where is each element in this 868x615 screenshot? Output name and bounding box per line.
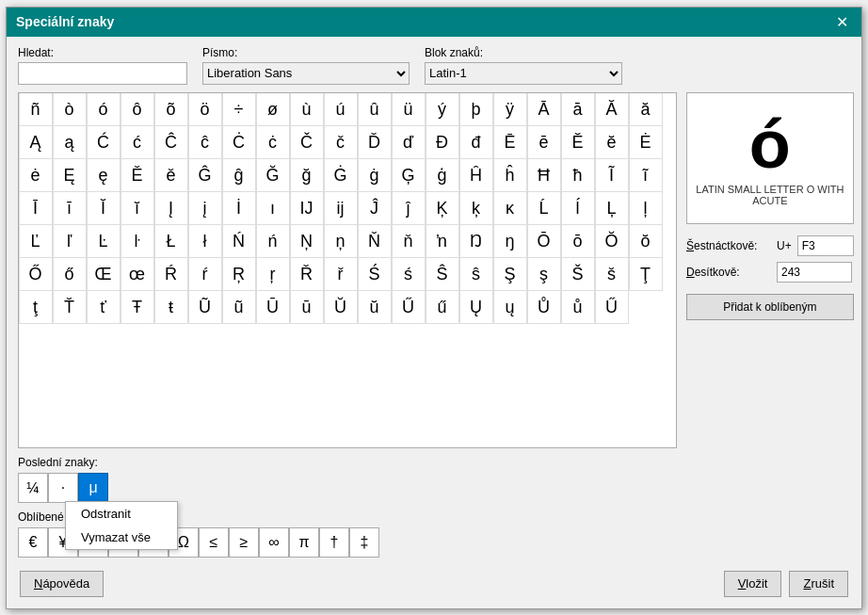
fav-char-cell[interactable]: ‡ [349,527,379,558]
char-cell[interactable]: Ķ [426,191,459,225]
char-cell[interactable]: ć [121,125,154,159]
help-button[interactable]: Nápověda [20,571,104,597]
char-cell[interactable]: Ą [19,125,53,159]
char-cell[interactable]: ù [290,92,324,126]
char-cell[interactable]: Ų [459,290,493,324]
recent-char-1[interactable]: ¼ [18,473,48,503]
char-cell[interactable]: Ľ [19,224,53,258]
char-cell[interactable]: Ġ [324,158,358,192]
char-cell[interactable]: Ċ [222,125,256,159]
char-cell[interactable]: Ń [222,224,256,258]
char-cell[interactable]: ğ [290,158,324,192]
char-cell[interactable]: Ű [392,290,426,324]
char-cell[interactable]: Ģ [392,158,426,192]
char-cell[interactable]: ĥ [493,158,527,192]
char-cell[interactable]: Ā [527,92,561,126]
char-cell[interactable]: Ŭ [324,290,358,324]
char-cell[interactable]: Ė [629,125,663,159]
char-cell[interactable]: Ŝ [426,257,459,291]
char-cell[interactable]: ţ [19,290,53,324]
char-cell[interactable]: Ũ [188,290,222,324]
recent-char-3[interactable]: μ [78,473,108,503]
char-cell[interactable]: ŗ [256,257,290,291]
char-cell[interactable]: Š [561,257,595,291]
char-cell[interactable]: ġ [358,158,392,192]
char-cell[interactable]: ı [256,191,290,225]
hex-input[interactable] [797,235,854,256]
char-cell[interactable]: ů [561,290,595,324]
recent-char-2[interactable]: · [48,473,78,503]
char-cell[interactable]: ō [561,224,595,258]
char-cell[interactable]: ī [53,191,87,225]
char-cell[interactable]: Ű [595,290,629,324]
char-cell[interactable]: ú [324,92,358,126]
char-cell[interactable]: ŝ [459,257,493,291]
char-cell[interactable]: Ş [493,257,527,291]
char-cell[interactable]: Ĝ [188,158,222,192]
fav-char-cell[interactable]: € [18,527,48,558]
char-cell[interactable]: Ň [358,224,392,258]
block-select[interactable]: Latin-1 [425,62,622,85]
char-cell[interactable]: Ř [290,257,324,291]
char-cell[interactable]: Ě [121,158,154,192]
char-cell[interactable]: Ł [154,224,188,258]
char-cell[interactable]: Ĕ [561,125,595,159]
char-cell[interactable]: Ĵ [358,191,392,225]
char-cell[interactable]: š [595,257,629,291]
char-cell[interactable]: ĩ [629,158,663,192]
char-cell[interactable]: ÿ [493,92,527,126]
char-cell[interactable]: ř [324,257,358,291]
char-cell[interactable]: Ĥ [459,158,493,192]
char-cell[interactable]: ų [493,290,527,324]
char-cell[interactable]: ĝ [222,158,256,192]
insert-button[interactable]: Vložit [724,571,782,597]
char-cell[interactable]: Ļ [595,191,629,225]
char-cell[interactable]: ü [392,92,426,126]
char-cell[interactable]: ó [87,92,121,126]
char-grid-container[interactable]: ñòóôõö÷øùúûüýþÿĀāĂăĄąĆćĈĉĊċČčĎďĐđĒēĔĕĖėĘ… [18,92,677,448]
char-cell[interactable]: đ [459,125,493,159]
char-cell[interactable]: Đ [426,125,459,159]
char-cell[interactable]: ŏ [629,224,663,258]
fav-char-cell[interactable]: ≤ [199,527,229,558]
char-cell[interactable]: Ŗ [222,257,256,291]
char-cell[interactable]: İ [222,191,256,225]
char-cell[interactable]: û [358,92,392,126]
char-cell[interactable]: ö [188,92,222,126]
char-cell[interactable]: ĭ [121,191,154,225]
fav-char-cell[interactable]: ≥ [229,527,259,558]
font-select[interactable]: Liberation Sans [202,62,410,85]
char-cell[interactable]: Ŕ [154,257,188,291]
char-cell[interactable]: Ĭ [87,191,121,225]
char-cell[interactable]: Ĺ [527,191,561,225]
char-cell[interactable]: ŋ [493,224,527,258]
char-cell[interactable]: Ť [53,290,87,324]
char-cell[interactable]: Ğ [256,158,290,192]
char-cell[interactable]: ş [527,257,561,291]
char-cell[interactable]: Ū [256,290,290,324]
add-to-favorites-button[interactable]: Přidat k oblíbeným [686,294,854,320]
char-cell[interactable]: ċ [256,125,290,159]
char-cell[interactable]: ô [121,92,154,126]
fav-char-cell[interactable]: π [289,527,319,558]
char-cell[interactable]: ą [53,125,87,159]
char-cell[interactable]: ñ [19,92,53,126]
char-cell[interactable]: ĉ [188,125,222,159]
char-cell[interactable]: Ď [358,125,392,159]
char-cell[interactable]: Ő [19,257,53,291]
char-cell[interactable]: Ů [527,290,561,324]
char-cell[interactable]: ė [19,158,53,192]
char-cell[interactable]: ŭ [358,290,392,324]
char-cell[interactable]: ň [392,224,426,258]
fav-char-cell[interactable]: † [319,527,349,558]
char-cell[interactable]: ń [256,224,290,258]
char-cell[interactable]: õ [154,92,188,126]
char-cell[interactable]: ł [188,224,222,258]
char-cell[interactable]: ķ [459,191,493,225]
char-cell[interactable]: ĕ [595,125,629,159]
char-cell[interactable]: ĺ [561,191,595,225]
char-cell[interactable]: Ŀ [87,224,121,258]
char-cell[interactable]: ŀ [121,224,154,258]
char-cell[interactable]: ø [256,92,290,126]
char-cell[interactable]: Ţ [629,257,663,291]
